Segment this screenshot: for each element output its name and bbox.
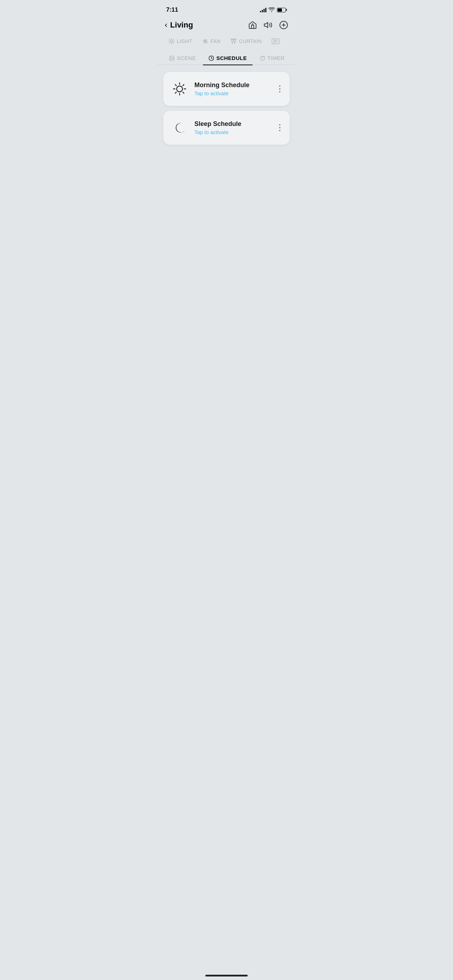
scene-tab-icon — [169, 56, 175, 61]
fan-icon — [202, 38, 208, 45]
sleep-menu-dot-2 — [279, 127, 280, 129]
morning-card-title: Morning Schedule — [194, 81, 271, 89]
header: ‹ Living — [158, 18, 295, 35]
header-left: ‹ Living — [165, 21, 193, 30]
svg-line-25 — [264, 56, 264, 56]
sleep-card-subtitle: Tap to activate — [194, 129, 271, 135]
status-time: 7:11 — [166, 6, 178, 13]
svg-point-0 — [252, 23, 253, 24]
speaker-icon[interactable] — [264, 21, 273, 30]
tab-timer-label: TIMER — [267, 55, 285, 61]
svg-point-5 — [170, 40, 173, 43]
tab-timer[interactable]: TIMER — [254, 51, 290, 65]
back-button[interactable]: ‹ — [165, 21, 167, 30]
svg-line-13 — [173, 39, 173, 40]
more-categories-icon — [272, 38, 280, 45]
status-bar: 7:11 — [158, 0, 295, 18]
morning-card-content: Morning Schedule Tap to activate — [194, 81, 271, 96]
svg-rect-15 — [231, 39, 236, 40]
add-icon[interactable] — [279, 21, 288, 30]
sleep-card-title: Sleep Schedule — [194, 120, 271, 128]
category-tab-light[interactable]: LIGHT — [163, 35, 197, 47]
morning-sun-icon — [172, 81, 188, 97]
morning-card-menu[interactable] — [277, 84, 283, 94]
sleep-card-menu[interactable] — [277, 123, 283, 133]
morning-card-subtitle: Tap to activate — [194, 90, 271, 96]
cards-container: Morning Schedule Tap to activate Sleep S… — [158, 65, 295, 152]
menu-dot-2 — [279, 88, 280, 90]
nav-tabs: SCENE SCHEDULE TIMER — [158, 47, 295, 65]
svg-line-9 — [173, 43, 173, 43]
schedule-tab-icon — [208, 56, 214, 61]
morning-icon-wrapper — [170, 80, 189, 98]
svg-line-12 — [169, 43, 170, 43]
curtain-icon — [230, 38, 237, 45]
sleep-menu-dot-3 — [279, 130, 280, 131]
header-right — [248, 21, 288, 30]
sleep-schedule-card[interactable]: Sleep Schedule Tap to activate — [163, 111, 290, 145]
tab-scene[interactable]: SCENE — [163, 51, 202, 65]
sleep-menu-dot-1 — [279, 124, 280, 126]
battery-icon — [277, 8, 287, 12]
menu-dot-3 — [279, 91, 280, 92]
svg-line-32 — [183, 92, 184, 93]
tab-schedule[interactable]: SCHEDULE — [203, 51, 253, 65]
svg-line-31 — [175, 85, 176, 86]
svg-line-34 — [175, 92, 176, 93]
light-icon — [168, 38, 175, 45]
category-tab-curtain-label: CURTAIN — [239, 38, 261, 44]
category-tab-light-label: LIGHT — [177, 38, 192, 44]
category-tab-fan[interactable]: FAN — [197, 35, 226, 47]
svg-point-26 — [177, 86, 183, 92]
category-tab-fan-label: FAN — [211, 38, 221, 44]
signal-icon — [260, 7, 266, 12]
category-tabs: LIGHT FAN CURTAIN — [158, 35, 295, 47]
sleep-icon-wrapper — [170, 119, 189, 137]
svg-line-8 — [169, 39, 170, 40]
tab-scene-label: SCENE — [177, 55, 196, 61]
svg-line-33 — [183, 85, 184, 86]
category-tab-more[interactable] — [267, 35, 285, 47]
sleep-card-content: Sleep Schedule Tap to activate — [194, 120, 271, 135]
category-tab-curtain[interactable]: CURTAIN — [226, 35, 266, 47]
page-title: Living — [170, 21, 193, 30]
svg-point-21 — [171, 57, 172, 57]
timer-tab-icon — [260, 56, 265, 61]
home-icon[interactable] — [248, 21, 257, 30]
sleep-moon-icon — [173, 121, 187, 135]
menu-dot-1 — [279, 85, 280, 87]
status-icons — [260, 7, 287, 12]
svg-marker-1 — [264, 22, 268, 27]
wifi-icon — [269, 7, 275, 12]
tab-schedule-label: SCHEDULE — [216, 55, 247, 61]
morning-schedule-card[interactable]: Morning Schedule Tap to activate — [163, 72, 290, 106]
